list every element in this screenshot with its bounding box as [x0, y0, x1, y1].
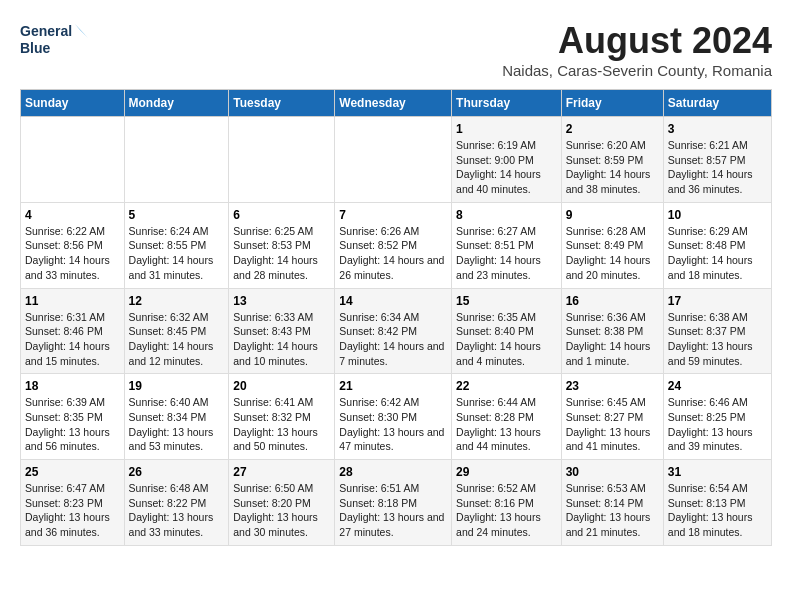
- day-info: Sunrise: 6:46 AMSunset: 8:25 PMDaylight:…: [668, 395, 767, 454]
- day-info: Sunrise: 6:21 AMSunset: 8:57 PMDaylight:…: [668, 138, 767, 197]
- calendar-day-header: Tuesday: [229, 90, 335, 117]
- calendar-cell: 5Sunrise: 6:24 AMSunset: 8:55 PMDaylight…: [124, 202, 229, 288]
- calendar-cell: 15Sunrise: 6:35 AMSunset: 8:40 PMDayligh…: [452, 288, 562, 374]
- svg-text:General: General: [20, 23, 72, 39]
- day-number: 3: [668, 122, 767, 136]
- calendar-week-row: 18Sunrise: 6:39 AMSunset: 8:35 PMDayligh…: [21, 374, 772, 460]
- calendar-week-row: 1Sunrise: 6:19 AMSunset: 9:00 PMDaylight…: [21, 117, 772, 203]
- day-info: Sunrise: 6:31 AMSunset: 8:46 PMDaylight:…: [25, 310, 120, 369]
- day-number: 11: [25, 294, 120, 308]
- calendar-cell: 9Sunrise: 6:28 AMSunset: 8:49 PMDaylight…: [561, 202, 663, 288]
- calendar-cell: 18Sunrise: 6:39 AMSunset: 8:35 PMDayligh…: [21, 374, 125, 460]
- calendar-cell: 14Sunrise: 6:34 AMSunset: 8:42 PMDayligh…: [335, 288, 452, 374]
- day-number: 24: [668, 379, 767, 393]
- day-info: Sunrise: 6:54 AMSunset: 8:13 PMDaylight:…: [668, 481, 767, 540]
- day-info: Sunrise: 6:53 AMSunset: 8:14 PMDaylight:…: [566, 481, 659, 540]
- calendar-cell: 25Sunrise: 6:47 AMSunset: 8:23 PMDayligh…: [21, 460, 125, 546]
- calendar-table: SundayMondayTuesdayWednesdayThursdayFrid…: [20, 89, 772, 546]
- calendar-cell: 8Sunrise: 6:27 AMSunset: 8:51 PMDaylight…: [452, 202, 562, 288]
- day-number: 8: [456, 208, 557, 222]
- day-info: Sunrise: 6:32 AMSunset: 8:45 PMDaylight:…: [129, 310, 225, 369]
- calendar-day-header: Friday: [561, 90, 663, 117]
- header: General Blue August 2024 Naidas, Caras-S…: [20, 20, 772, 79]
- day-info: Sunrise: 6:47 AMSunset: 8:23 PMDaylight:…: [25, 481, 120, 540]
- day-number: 30: [566, 465, 659, 479]
- calendar-day-header: Saturday: [663, 90, 771, 117]
- calendar-cell: 27Sunrise: 6:50 AMSunset: 8:20 PMDayligh…: [229, 460, 335, 546]
- day-number: 22: [456, 379, 557, 393]
- day-info: Sunrise: 6:19 AMSunset: 9:00 PMDaylight:…: [456, 138, 557, 197]
- day-info: Sunrise: 6:42 AMSunset: 8:30 PMDaylight:…: [339, 395, 447, 454]
- calendar-cell: [21, 117, 125, 203]
- calendar-cell: 1Sunrise: 6:19 AMSunset: 9:00 PMDaylight…: [452, 117, 562, 203]
- calendar-cell: [124, 117, 229, 203]
- day-number: 27: [233, 465, 330, 479]
- day-number: 19: [129, 379, 225, 393]
- day-info: Sunrise: 6:33 AMSunset: 8:43 PMDaylight:…: [233, 310, 330, 369]
- calendar-cell: 17Sunrise: 6:38 AMSunset: 8:37 PMDayligh…: [663, 288, 771, 374]
- day-number: 20: [233, 379, 330, 393]
- day-number: 7: [339, 208, 447, 222]
- calendar-cell: 2Sunrise: 6:20 AMSunset: 8:59 PMDaylight…: [561, 117, 663, 203]
- calendar-cell: 3Sunrise: 6:21 AMSunset: 8:57 PMDaylight…: [663, 117, 771, 203]
- day-number: 17: [668, 294, 767, 308]
- logo-svg: General Blue: [20, 20, 90, 64]
- day-number: 13: [233, 294, 330, 308]
- calendar-cell: 28Sunrise: 6:51 AMSunset: 8:18 PMDayligh…: [335, 460, 452, 546]
- day-number: 4: [25, 208, 120, 222]
- calendar-cell: 7Sunrise: 6:26 AMSunset: 8:52 PMDaylight…: [335, 202, 452, 288]
- calendar-cell: 23Sunrise: 6:45 AMSunset: 8:27 PMDayligh…: [561, 374, 663, 460]
- day-number: 31: [668, 465, 767, 479]
- svg-text:Blue: Blue: [20, 40, 51, 56]
- calendar-day-header: Monday: [124, 90, 229, 117]
- calendar-cell: 11Sunrise: 6:31 AMSunset: 8:46 PMDayligh…: [21, 288, 125, 374]
- day-info: Sunrise: 6:39 AMSunset: 8:35 PMDaylight:…: [25, 395, 120, 454]
- day-number: 21: [339, 379, 447, 393]
- calendar-day-header: Thursday: [452, 90, 562, 117]
- calendar-cell: 30Sunrise: 6:53 AMSunset: 8:14 PMDayligh…: [561, 460, 663, 546]
- calendar-day-header: Sunday: [21, 90, 125, 117]
- day-info: Sunrise: 6:20 AMSunset: 8:59 PMDaylight:…: [566, 138, 659, 197]
- day-info: Sunrise: 6:34 AMSunset: 8:42 PMDaylight:…: [339, 310, 447, 369]
- calendar-cell: 6Sunrise: 6:25 AMSunset: 8:53 PMDaylight…: [229, 202, 335, 288]
- calendar-cell: 22Sunrise: 6:44 AMSunset: 8:28 PMDayligh…: [452, 374, 562, 460]
- calendar-week-row: 11Sunrise: 6:31 AMSunset: 8:46 PMDayligh…: [21, 288, 772, 374]
- subtitle: Naidas, Caras-Severin County, Romania: [502, 62, 772, 79]
- day-number: 6: [233, 208, 330, 222]
- calendar-cell: 24Sunrise: 6:46 AMSunset: 8:25 PMDayligh…: [663, 374, 771, 460]
- calendar-cell: 16Sunrise: 6:36 AMSunset: 8:38 PMDayligh…: [561, 288, 663, 374]
- day-info: Sunrise: 6:24 AMSunset: 8:55 PMDaylight:…: [129, 224, 225, 283]
- day-info: Sunrise: 6:25 AMSunset: 8:53 PMDaylight:…: [233, 224, 330, 283]
- day-info: Sunrise: 6:26 AMSunset: 8:52 PMDaylight:…: [339, 224, 447, 283]
- day-info: Sunrise: 6:36 AMSunset: 8:38 PMDaylight:…: [566, 310, 659, 369]
- day-info: Sunrise: 6:38 AMSunset: 8:37 PMDaylight:…: [668, 310, 767, 369]
- day-info: Sunrise: 6:52 AMSunset: 8:16 PMDaylight:…: [456, 481, 557, 540]
- calendar-cell: 13Sunrise: 6:33 AMSunset: 8:43 PMDayligh…: [229, 288, 335, 374]
- day-number: 14: [339, 294, 447, 308]
- day-info: Sunrise: 6:41 AMSunset: 8:32 PMDaylight:…: [233, 395, 330, 454]
- day-info: Sunrise: 6:44 AMSunset: 8:28 PMDaylight:…: [456, 395, 557, 454]
- logo: General Blue: [20, 20, 90, 64]
- day-number: 15: [456, 294, 557, 308]
- main-title: August 2024: [502, 20, 772, 62]
- calendar-cell: 19Sunrise: 6:40 AMSunset: 8:34 PMDayligh…: [124, 374, 229, 460]
- day-number: 10: [668, 208, 767, 222]
- calendar-week-row: 4Sunrise: 6:22 AMSunset: 8:56 PMDaylight…: [21, 202, 772, 288]
- calendar-cell: 20Sunrise: 6:41 AMSunset: 8:32 PMDayligh…: [229, 374, 335, 460]
- calendar-cell: 29Sunrise: 6:52 AMSunset: 8:16 PMDayligh…: [452, 460, 562, 546]
- svg-marker-2: [75, 24, 88, 38]
- calendar-day-header: Wednesday: [335, 90, 452, 117]
- day-number: 28: [339, 465, 447, 479]
- day-number: 16: [566, 294, 659, 308]
- day-number: 23: [566, 379, 659, 393]
- calendar-cell: 12Sunrise: 6:32 AMSunset: 8:45 PMDayligh…: [124, 288, 229, 374]
- calendar-cell: [229, 117, 335, 203]
- day-info: Sunrise: 6:28 AMSunset: 8:49 PMDaylight:…: [566, 224, 659, 283]
- day-number: 9: [566, 208, 659, 222]
- day-info: Sunrise: 6:35 AMSunset: 8:40 PMDaylight:…: [456, 310, 557, 369]
- calendar-cell: 31Sunrise: 6:54 AMSunset: 8:13 PMDayligh…: [663, 460, 771, 546]
- day-number: 5: [129, 208, 225, 222]
- day-info: Sunrise: 6:48 AMSunset: 8:22 PMDaylight:…: [129, 481, 225, 540]
- day-number: 29: [456, 465, 557, 479]
- day-number: 25: [25, 465, 120, 479]
